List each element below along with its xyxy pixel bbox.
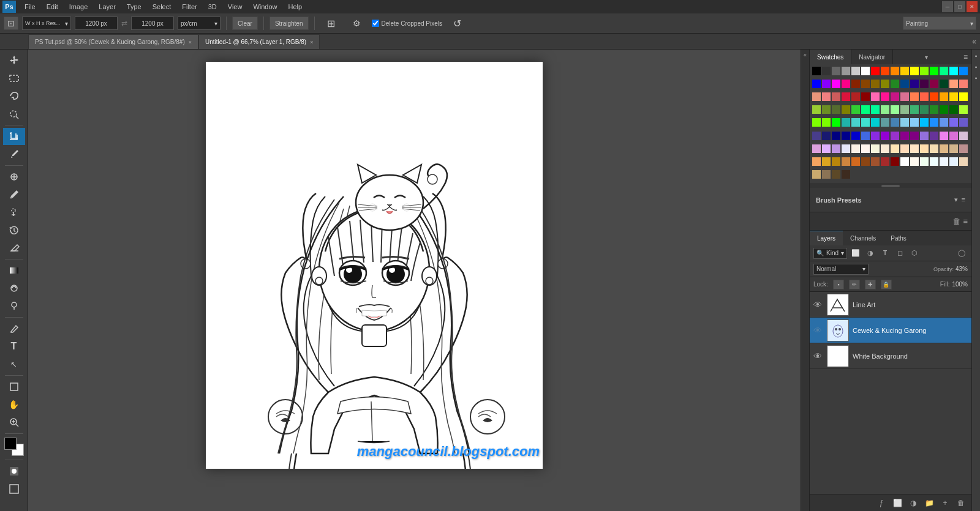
channels-tab[interactable]: Channels — [843, 231, 883, 245]
color-swatch[interactable] — [900, 105, 909, 114]
panel-resize-handle[interactable] — [881, 185, 900, 187]
panels-icon-3[interactable]: ▪ — [973, 74, 980, 81]
marquee-tool[interactable] — [3, 70, 25, 87]
color-swatch[interactable] — [940, 118, 948, 127]
adjustment-layer-button[interactable]: ◑ — [907, 497, 920, 509]
right-side-collapse-bar[interactable]: « — [801, 50, 809, 511]
color-swatch[interactable] — [822, 67, 831, 75]
menu-help[interactable]: Help — [284, 2, 307, 12]
color-swatch[interactable] — [832, 144, 840, 153]
color-swatch[interactable] — [871, 132, 880, 140]
panels-icon-2[interactable]: ▪ — [973, 63, 980, 70]
add-layer-mask-icon[interactable]: 🗑 — [952, 217, 960, 226]
menu-edit[interactable]: Edit — [42, 2, 63, 12]
color-swatch[interactable] — [822, 170, 831, 179]
color-swatch[interactable] — [910, 118, 919, 127]
clone-stamp-tool[interactable] — [3, 204, 25, 221]
color-swatch[interactable] — [861, 118, 870, 127]
filter-pixel-btn[interactable]: ⬜ — [850, 247, 862, 259]
color-swatch[interactable] — [949, 80, 958, 88]
color-swatch[interactable] — [842, 157, 850, 166]
color-swatch[interactable] — [891, 67, 899, 75]
layer-visibility-toggle[interactable]: 👁 — [813, 351, 823, 361]
color-swatch[interactable] — [949, 132, 958, 140]
reset-icon[interactable]: ↺ — [446, 15, 468, 32]
eraser-tool[interactable] — [3, 239, 25, 256]
color-swatch[interactable] — [832, 170, 840, 179]
color-swatch[interactable] — [861, 92, 870, 101]
move-tool[interactable] — [3, 52, 25, 69]
color-swatch[interactable] — [949, 157, 958, 166]
close-button[interactable]: ✕ — [967, 1, 978, 12]
filter-adjust-btn[interactable]: ◑ — [864, 247, 876, 259]
color-swatch[interactable] — [842, 92, 850, 101]
color-swatch[interactable] — [940, 105, 948, 114]
restore-button[interactable]: □ — [954, 1, 965, 12]
lock-pixels-btn[interactable]: ▪ — [833, 280, 844, 289]
layer-visibility-toggle[interactable]: 👁 — [813, 300, 823, 310]
color-swatch[interactable] — [842, 118, 850, 127]
menu-select[interactable]: Select — [148, 2, 176, 12]
color-swatch[interactable] — [881, 132, 889, 140]
color-swatch[interactable] — [851, 92, 860, 101]
color-swatch[interactable] — [871, 144, 880, 153]
layer-styles-button[interactable]: ƒ — [875, 497, 888, 509]
color-swatch[interactable] — [940, 132, 948, 140]
color-swatch[interactable] — [930, 118, 938, 127]
color-swatch[interactable] — [812, 105, 821, 114]
color-swatch[interactable] — [900, 92, 909, 101]
collapse-button[interactable]: « — [972, 37, 976, 46]
color-swatch[interactable] — [812, 132, 821, 140]
color-swatch[interactable] — [910, 105, 919, 114]
color-swatch[interactable] — [930, 80, 938, 88]
tab-close-2[interactable]: × — [310, 39, 313, 45]
color-swatch[interactable] — [930, 144, 938, 153]
settings-icon[interactable]: ⚙ — [346, 15, 368, 32]
color-swatch[interactable] — [900, 67, 909, 75]
color-swatch[interactable] — [822, 80, 831, 88]
color-swatch[interactable] — [861, 144, 870, 153]
color-swatch[interactable] — [832, 118, 840, 127]
color-swatch[interactable] — [861, 105, 870, 114]
crop-tool[interactable] — [3, 128, 25, 145]
doc-tab-2[interactable]: Untitled-1 @ 66,7% (Layer 1, RGB/8) × — [198, 34, 320, 49]
menu-window[interactable]: Window — [248, 2, 282, 12]
color-swatch[interactable] — [871, 105, 880, 114]
color-swatch[interactable] — [891, 144, 899, 153]
color-swatch[interactable] — [920, 118, 929, 127]
color-swatch[interactable] — [832, 105, 840, 114]
color-swatch[interactable] — [930, 157, 938, 166]
color-swatch[interactable] — [949, 92, 958, 101]
color-swatch[interactable] — [910, 92, 919, 101]
lock-position-btn[interactable]: ✚ — [865, 280, 876, 289]
color-swatch[interactable] — [842, 67, 850, 75]
color-swatch[interactable] — [812, 67, 821, 75]
color-swatch[interactable] — [920, 144, 929, 153]
blend-mode-dropdown[interactable]: Normal ▾ — [813, 264, 869, 275]
lock-all-btn[interactable]: 🔒 — [881, 280, 892, 289]
color-swatch[interactable] — [842, 80, 850, 88]
color-swatch[interactable] — [812, 157, 821, 166]
color-swatch[interactable] — [832, 80, 840, 88]
opacity-value[interactable]: 43% — [956, 266, 968, 272]
color-swatch[interactable] — [881, 92, 889, 101]
menu-type[interactable]: Type — [122, 2, 146, 12]
pen-tool[interactable] — [3, 320, 25, 337]
color-swatch[interactable] — [891, 118, 899, 127]
color-swatch[interactable] — [959, 118, 968, 127]
color-swatch[interactable] — [871, 92, 880, 101]
color-swatch[interactable] — [822, 92, 831, 101]
color-swatch[interactable] — [891, 80, 899, 88]
color-swatch[interactable] — [920, 105, 929, 114]
panel-collapse-btn[interactable]: ▾ — [921, 50, 932, 64]
color-swatch[interactable] — [930, 67, 938, 75]
color-swatch[interactable] — [881, 157, 889, 166]
collapse-panels-icon[interactable]: « — [802, 52, 809, 59]
color-swatch[interactable] — [910, 80, 919, 88]
color-swatch[interactable] — [920, 92, 929, 101]
color-swatch[interactable] — [842, 132, 850, 140]
delete-layer-button[interactable]: 🗑 — [954, 497, 968, 509]
dodge-tool[interactable] — [3, 297, 25, 315]
color-swatch[interactable] — [832, 92, 840, 101]
color-swatch[interactable] — [920, 157, 929, 166]
